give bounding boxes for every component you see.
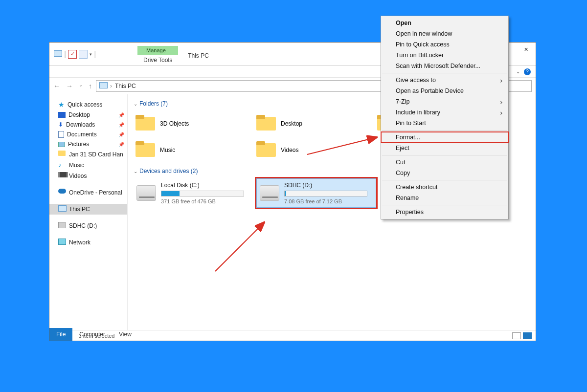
pin-icon: 📌: [118, 132, 124, 137]
ribbon-tab-file[interactable]: File: [49, 328, 72, 341]
ctx-format[interactable]: Format...: [381, 132, 508, 143]
view-details-button[interactable]: [512, 332, 521, 339]
chevron-right-icon[interactable]: ›: [110, 83, 112, 89]
drive-name: SDHC (D:): [284, 182, 373, 189]
sidebar-item-label: Music: [69, 162, 84, 169]
sidebar-item-folder[interactable]: Jan 31 SD Card Han: [49, 149, 127, 160]
ctx-7zip[interactable]: 7-Zip: [381, 96, 508, 107]
thispc-icon: [53, 50, 62, 59]
sd-card-icon: [58, 222, 66, 230]
sidebar-item-label: Network: [69, 239, 90, 246]
ctx-portable[interactable]: Open as Portable Device: [381, 86, 508, 96]
folder-item[interactable]: Desktop: [254, 111, 374, 136]
help-icon[interactable]: ?: [524, 68, 531, 75]
folder-icon: [256, 141, 276, 159]
ctx-separator: [382, 130, 507, 131]
sidebar-item-label: Documents: [67, 131, 97, 138]
folder-label: Music: [160, 147, 175, 153]
address-thispc-icon: [99, 82, 107, 90]
down-arrow-icon: ⬇: [58, 121, 63, 128]
ctx-separator: [382, 180, 507, 180]
sidebar-network[interactable]: Network: [49, 237, 127, 248]
ribbon-expand-icon[interactable]: ⌄: [516, 69, 520, 74]
sidebar-this-pc[interactable]: This PC: [49, 204, 127, 215]
desktop-icon: [58, 112, 66, 118]
ctx-copy[interactable]: Copy: [381, 168, 508, 178]
group-header-label: Devices and drives (2): [139, 168, 198, 174]
ctx-give-access[interactable]: Give access to: [381, 75, 508, 86]
drive-item-local-disk[interactable]: Local Disk (C:) 371 GB free of 476 GB: [134, 178, 253, 208]
sidebar-item-music[interactable]: Music: [49, 160, 127, 171]
drive-usage-bar: [284, 191, 367, 196]
context-menu: Open Open in new window Pin to Quick acc…: [381, 16, 509, 219]
nav-back-button[interactable]: ←: [53, 82, 60, 90]
network-icon: [58, 239, 66, 246]
pin-icon: 📌: [118, 122, 124, 128]
chevron-down-icon[interactable]: ⌄: [134, 101, 137, 107]
ctx-defender[interactable]: Scan with Microsoft Defender...: [381, 61, 508, 71]
document-icon[interactable]: [79, 50, 88, 59]
drive-usage-bar: [161, 191, 244, 196]
sidebar-item-desktop[interactable]: Desktop📌: [49, 110, 127, 120]
sidebar-item-label: Videos: [69, 173, 87, 179]
ctx-properties[interactable]: Properties: [381, 207, 508, 218]
drive-item-sdhc[interactable]: SDHC (D:) 7.08 GB free of 7.12 GB: [256, 178, 376, 208]
ctx-separator: [382, 73, 507, 73]
folder-label: 3D Objects: [160, 120, 189, 127]
drive-icon: [260, 185, 279, 201]
qat-divider2: |: [94, 50, 96, 59]
ribbon-tab-computer[interactable]: Computer: [72, 328, 112, 341]
ribbon-contextual-group: Manage Drive Tools: [137, 46, 178, 65]
star-icon: ★: [58, 101, 65, 109]
sidebar-onedrive[interactable]: OneDrive - Personal: [49, 187, 127, 198]
music-icon: [58, 161, 66, 169]
ctx-bitlocker[interactable]: Turn on BitLocker: [381, 50, 508, 61]
ctx-rename[interactable]: Rename: [381, 193, 508, 203]
folder-item[interactable]: 3D Objects: [134, 111, 253, 136]
sidebar-item-label: Pictures: [68, 141, 89, 148]
close-button[interactable]: ✕: [516, 43, 536, 56]
sidebar-item-label: OneDrive - Personal: [69, 189, 122, 196]
video-icon: [58, 172, 66, 180]
sidebar-item-pictures[interactable]: Pictures📌: [49, 139, 127, 149]
ctx-separator: [382, 155, 507, 155]
address-bar[interactable]: › This PC ⌄: [96, 80, 400, 92]
ctx-open-new[interactable]: Open in new window: [381, 28, 508, 39]
ribbon-tab-drive-tools[interactable]: Drive Tools: [137, 55, 178, 65]
sidebar-item-documents[interactable]: Documents📌: [49, 130, 127, 139]
chevron-down-icon[interactable]: ⌄: [134, 169, 137, 174]
drive-subtext: 7.08 GB free of 7.12 GB: [284, 198, 373, 204]
ctx-include-lib[interactable]: Include in library: [381, 107, 508, 118]
folder-item[interactable]: Music: [134, 137, 253, 163]
qat-divider: |: [64, 50, 66, 59]
ctx-pin-quick[interactable]: Pin to Quick access: [381, 39, 508, 50]
sidebar-item-label: Desktop: [68, 111, 90, 118]
breadcrumb-segment[interactable]: This PC: [115, 83, 136, 89]
sidebar-item-downloads[interactable]: ⬇Downloads📌: [49, 120, 127, 130]
sidebar-quick-access[interactable]: ★ Quick access: [49, 99, 127, 110]
document-icon: [58, 131, 64, 138]
ctx-shortcut[interactable]: Create shortcut: [381, 182, 508, 193]
ctx-open[interactable]: Open: [381, 18, 508, 28]
group-header-label: Folders (7): [139, 100, 168, 107]
folder-icon: [256, 115, 276, 132]
folder-item[interactable]: Videos: [254, 137, 374, 163]
drive-name: Local Disk (C:): [161, 182, 250, 189]
folder-icon: [58, 151, 66, 158]
view-tiles-button[interactable]: [523, 332, 532, 339]
sidebar-item-label: SDHC (D:): [69, 222, 97, 229]
ctx-pin-start[interactable]: Pin to Start: [381, 118, 508, 129]
nav-recent-button[interactable]: ⌄: [79, 82, 83, 90]
qat-caret-icon[interactable]: ▾: [90, 52, 92, 57]
nav-up-button[interactable]: ↑: [89, 82, 92, 90]
sidebar-sdhc[interactable]: SDHC (D:): [49, 220, 127, 231]
folder-label: Videos: [281, 147, 298, 153]
ribbon-contextual-label: Manage: [137, 46, 178, 55]
ctx-eject[interactable]: Eject: [381, 143, 508, 153]
nav-forward-button[interactable]: →: [66, 82, 73, 90]
folder-icon: [135, 115, 155, 132]
checkbox-icon[interactable]: ✓: [68, 50, 77, 59]
sidebar-quick-access-label: Quick access: [68, 101, 102, 108]
sidebar-item-videos[interactable]: Videos: [49, 171, 127, 181]
ctx-cut[interactable]: Cut: [381, 157, 508, 168]
